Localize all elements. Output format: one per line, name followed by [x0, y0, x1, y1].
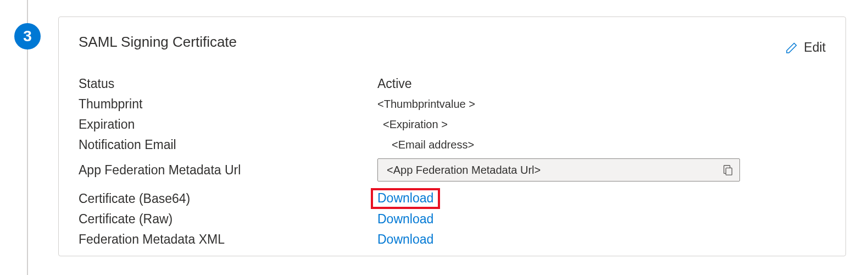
row-federation-url: App Federation Metadata Url <App Federat…: [79, 158, 826, 182]
label-thumbprint: Thumbprint: [79, 97, 377, 112]
row-thumbprint: Thumbprint <Thumbprintvalue >: [79, 94, 826, 114]
label-federation-url: App Federation Metadata Url: [79, 163, 377, 178]
field-rows: Status Active Thumbprint <Thumbprintvalu…: [79, 74, 826, 250]
svg-rect-0: [726, 168, 732, 175]
label-notification-email: Notification Email: [79, 138, 377, 152]
value-status: Active: [377, 76, 412, 91]
download-cert-raw-link[interactable]: Download: [377, 212, 433, 227]
row-cert-base64: Certificate (Base64) Download: [79, 188, 826, 209]
label-status: Status: [79, 76, 377, 91]
edit-label: Edit: [804, 40, 826, 55]
federation-url-field[interactable]: <App Federation Metadata Url>: [377, 158, 740, 182]
saml-signing-certificate-card: SAML Signing Certificate Edit Status Act…: [58, 16, 846, 256]
card-header: SAML Signing Certificate Edit: [79, 34, 826, 55]
copy-icon[interactable]: [722, 164, 734, 176]
row-expiration: Expiration <Expiration >: [79, 114, 826, 135]
row-notification-email: Notification Email <Email address>: [79, 135, 826, 155]
label-federation-xml: Federation Metadata XML: [79, 232, 377, 247]
row-status: Status Active: [79, 74, 826, 94]
card-title: SAML Signing Certificate: [79, 34, 237, 51]
label-cert-raw: Certificate (Raw): [79, 212, 377, 227]
edit-button[interactable]: Edit: [785, 34, 826, 55]
label-expiration: Expiration: [79, 117, 377, 132]
value-thumbprint: <Thumbprintvalue >: [377, 98, 475, 111]
row-federation-xml: Federation Metadata XML Download: [79, 229, 826, 250]
federation-url-value: <App Federation Metadata Url>: [387, 164, 722, 177]
step-number: 3: [23, 28, 32, 45]
value-notification-email: <Email address>: [392, 139, 474, 151]
download-cert-base64-link[interactable]: Download: [371, 188, 440, 209]
step-number-badge: 3: [14, 23, 41, 50]
value-expiration: <Expiration >: [383, 118, 448, 131]
download-federation-xml-link[interactable]: Download: [377, 232, 433, 247]
pencil-icon: [785, 41, 798, 54]
row-cert-raw: Certificate (Raw) Download: [79, 209, 826, 229]
label-cert-base64: Certificate (Base64): [79, 191, 377, 206]
